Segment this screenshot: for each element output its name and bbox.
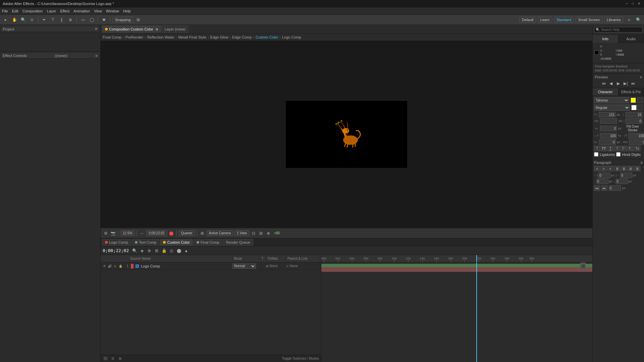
menu-help[interactable]: Help	[123, 9, 131, 13]
para-val-right[interactable]	[609, 185, 621, 191]
menu-window[interactable]: Window	[106, 9, 119, 13]
brush-tool[interactable]: ∥	[58, 16, 65, 23]
char-color-box[interactable]	[631, 98, 636, 103]
preview-first-frame[interactable]: ⏮	[601, 80, 607, 86]
tl-snapping[interactable]: ⊞	[154, 248, 160, 254]
layer-eye[interactable]: 👁	[102, 264, 107, 268]
timeline-edge-marker[interactable]: ⬛	[580, 262, 586, 270]
char-style-T-sub[interactable]: T₋	[628, 146, 634, 151]
tl-tab-final-comp[interactable]: Final Comp	[194, 239, 222, 246]
char-swatch-white[interactable]	[631, 105, 637, 110]
para-align-justify-l[interactable]: ≣	[614, 166, 620, 171]
viewer-toggle-grid[interactable]: ⊞	[199, 230, 205, 236]
layer-solo[interactable]: ◎	[113, 264, 117, 268]
char-style-Tv[interactable]: Tv	[634, 146, 640, 151]
para-indent-right-input[interactable]	[620, 173, 632, 178]
para-align-justify-r[interactable]: ≣	[628, 166, 634, 171]
layer-color-swatch[interactable]	[131, 264, 133, 268]
tl-solo-mode[interactable]: ☰	[110, 356, 115, 361]
tl-new-comp[interactable]: ⬛	[103, 356, 108, 361]
effects-pre-tab[interactable]: Effects & Pre	[619, 88, 644, 96]
track-bar-red[interactable]	[321, 267, 592, 272]
info-color-swatch[interactable]	[595, 51, 599, 55]
workspace-standard[interactable]: Standard	[554, 17, 574, 23]
viewer-time[interactable]: 0;00;22;02	[146, 230, 167, 236]
menu-file[interactable]: File	[2, 9, 8, 13]
font-size-input[interactable]	[599, 112, 615, 117]
tl-tab-render-queue[interactable]: Render Queue	[223, 239, 253, 246]
layer-mode[interactable]: Normal	[232, 263, 259, 269]
menu-layer[interactable]: Layer	[47, 9, 56, 13]
comp-tab-custom-color[interactable]: Composition Custom Color ≡	[102, 25, 161, 33]
scale-v-input[interactable]	[628, 133, 644, 138]
para-space-before-input[interactable]	[596, 179, 608, 184]
tl-draft-3d[interactable]: ▲	[183, 248, 189, 254]
comp-tab-layer-none[interactable]: Layer (none)	[162, 25, 189, 33]
leading-input[interactable]	[626, 112, 642, 117]
shape-ellipse[interactable]: ◯	[88, 16, 95, 23]
ligatures-checkbox[interactable]	[594, 152, 598, 157]
para-align-center[interactable]: ≡	[601, 166, 607, 171]
tl-tab-custom-color[interactable]: Custom Color	[160, 239, 193, 246]
para-align-justify-c[interactable]: ≣	[621, 166, 627, 171]
character-tab[interactable]: Character	[593, 88, 619, 96]
layer-mode-select[interactable]: Normal	[232, 263, 256, 269]
char-swatch-dark[interactable]	[637, 105, 643, 110]
breadcrumb-final-comp[interactable]: Final Comp	[103, 35, 121, 39]
char-style-T[interactable]: T	[594, 146, 600, 151]
workspace-small-screen[interactable]: Small Screen	[576, 17, 602, 23]
menu-composition[interactable]: Composition	[22, 9, 43, 13]
workspace-learn[interactable]: Learn	[538, 17, 552, 23]
playhead[interactable]	[476, 255, 477, 262]
scale-h-input[interactable]	[600, 133, 617, 138]
para-align-right[interactable]: ≡	[607, 166, 613, 171]
puppet-tool[interactable]: ✱	[100, 16, 108, 23]
viewer-settings[interactable]: ⚙	[103, 230, 109, 236]
snapping-expand[interactable]: ⊞	[135, 16, 142, 23]
para-indent-left-input[interactable]	[598, 173, 610, 178]
tl-tab-logo-comp[interactable]: Logo Comp	[102, 239, 131, 246]
tl-solo-preview[interactable]: ◎	[168, 248, 174, 254]
breadcrumb-logo-comp[interactable]: Logo Comp	[282, 35, 301, 39]
preview-play[interactable]: ▶	[615, 80, 622, 86]
char-style-Tr[interactable]: T	[614, 146, 620, 151]
preview-step-fwd[interactable]: ▶|	[623, 80, 629, 86]
maximize-btn[interactable]: □	[631, 1, 635, 6]
para-prev-frame[interactable]: ⏮	[594, 185, 600, 191]
para-space-after-input[interactable]	[616, 179, 628, 184]
char-style-select[interactable]: Regular	[594, 105, 630, 111]
char-font-select[interactable]: Tahoma	[594, 97, 629, 103]
menu-animation[interactable]: Animation	[73, 9, 90, 13]
stroke-width-input[interactable]	[600, 126, 617, 131]
char-style-TT[interactable]: TT	[601, 146, 607, 151]
workspace-more[interactable]: »	[625, 16, 633, 23]
snapping-label[interactable]: Snapping	[113, 17, 133, 23]
comp-tab-menu[interactable]: ≡	[156, 27, 158, 31]
zoom-tool[interactable]: 🔍	[19, 16, 27, 23]
preview-menu[interactable]: ≡	[640, 75, 642, 79]
tl-lock-props[interactable]: 🔒	[161, 248, 167, 254]
workspace-search[interactable]: 🔍	[635, 16, 642, 23]
tracking-input[interactable]	[626, 118, 642, 124]
viewer-camera[interactable]: Active Camera	[207, 230, 233, 236]
breadcrumb-edge-comp[interactable]: Edge Comp	[232, 35, 252, 39]
para-align-left[interactable]: ≡	[594, 166, 600, 171]
pen-tool[interactable]: ✒	[41, 16, 48, 23]
char-stroke-color[interactable]	[637, 98, 643, 103]
viewer-extra1[interactable]: ⊡	[251, 230, 257, 236]
shape-rect[interactable]: ▭	[79, 16, 87, 23]
viewer-extra2[interactable]: ⊞	[258, 230, 264, 236]
menu-view[interactable]: View	[94, 9, 102, 13]
para-next-frame[interactable]: ⏭	[601, 185, 607, 191]
hindi-digits-checkbox[interactable]	[616, 152, 621, 157]
viewer-extra3[interactable]: ⊕	[265, 230, 271, 236]
info-tab[interactable]: Info	[593, 35, 619, 43]
minimize-btn[interactable]: ─	[625, 1, 629, 6]
tl-frame-blending[interactable]: ⊞	[117, 356, 123, 361]
breadcrumb-custom-color[interactable]: Custom Color	[256, 35, 278, 39]
tl-tab-text-comp[interactable]: Text Comp	[132, 239, 160, 246]
viewer-color[interactable]: ⬤	[168, 230, 174, 236]
breadcrumb-prerender[interactable]: PreRender	[125, 35, 143, 39]
breadcrumb-edge-glow[interactable]: Edge Glow	[210, 35, 228, 39]
tl-graph-editor[interactable]: ◈	[139, 248, 145, 254]
